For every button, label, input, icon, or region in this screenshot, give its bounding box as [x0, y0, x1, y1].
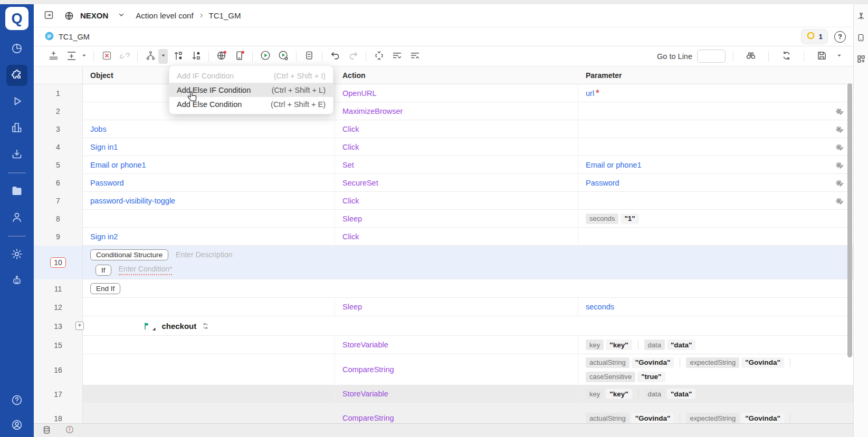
description-placeholder[interactable]: Enter Description [176, 250, 232, 259]
undo-button[interactable] [327, 49, 343, 64]
parameter-settings-gear-icon[interactable] [834, 160, 845, 170]
parameter-label-chip[interactable]: actualString [586, 413, 629, 423]
collapse-all-button[interactable] [407, 49, 423, 64]
table-row[interactable]: 12Sleepseconds [34, 298, 853, 316]
device-panel-button[interactable] [856, 33, 865, 44]
parameter-value-chip[interactable]: "Govinda" [741, 357, 784, 368]
row-number[interactable]: 18 [34, 403, 83, 423]
add-row-below-button[interactable] [45, 49, 61, 64]
parameter-label-chip[interactable]: seconds [586, 213, 618, 224]
action-cell[interactable]: SecureSet [335, 174, 578, 192]
mobile-record-button[interactable] [232, 49, 247, 64]
condition-placeholder[interactable]: Enter Condition* [119, 265, 173, 275]
sidebar-item-dashboard[interactable] [6, 38, 27, 60]
end-if-cell[interactable]: End If [83, 279, 853, 298]
action-cell[interactable]: Sleep [335, 298, 578, 316]
parameter-cell[interactable]: Password [578, 174, 853, 192]
conditional-structure-cell[interactable]: Conditional StructureEnter DescriptionIf… [83, 246, 853, 279]
parameter-value-chip[interactable]: "true" [637, 372, 665, 382]
table-row[interactable]: 4Sign in1Click [34, 138, 853, 156]
column-header-action[interactable]: Action [335, 66, 578, 84]
object-link[interactable]: Password [90, 179, 124, 187]
row-number[interactable]: 8 [34, 210, 83, 228]
parameter-label-chip[interactable]: actualString [586, 357, 629, 368]
object-cell[interactable] [83, 298, 335, 316]
breadcrumb-project[interactable]: NEXON [80, 11, 108, 20]
sidebar-item-reports[interactable] [6, 118, 27, 139]
row-number[interactable]: 11 [34, 279, 83, 298]
object-cell[interactable] [83, 336, 335, 354]
group-cell[interactable]: +◢checkout [83, 316, 853, 336]
object-cell[interactable]: Password [83, 174, 335, 192]
unlink-button[interactable] [117, 49, 132, 64]
row-number[interactable]: 3 [34, 120, 83, 138]
parameter-link[interactable]: Email or phone1 [586, 161, 642, 169]
parameter-cell[interactable] [578, 120, 853, 138]
parameter-link[interactable]: Password [586, 179, 619, 187]
project-switcher-button[interactable] [115, 8, 128, 23]
action-link[interactable]: OpenURL [342, 89, 376, 98]
save-button[interactable] [814, 49, 829, 64]
action-link[interactable]: CompareString [342, 365, 394, 374]
object-3d-panel-button[interactable] [856, 12, 866, 23]
parameter-cell[interactable]: key"key"data"data" [578, 336, 853, 354]
column-header-parameter[interactable]: Parameter [578, 66, 853, 84]
action-link[interactable]: Sleep [342, 215, 362, 223]
action-link[interactable]: Set [342, 161, 354, 169]
parameter-cell[interactable] [578, 228, 853, 246]
object-link[interactable]: Sign in2 [90, 232, 118, 241]
row-number[interactable]: 17 [34, 385, 83, 403]
action-cell[interactable]: CompareString [335, 354, 578, 385]
action-cell[interactable]: Set [335, 156, 578, 174]
parameter-settings-gear-icon[interactable] [834, 196, 845, 206]
action-cell[interactable]: Sleep [335, 210, 578, 228]
parameter-link[interactable]: url [586, 89, 594, 98]
save-menu-caret[interactable] [834, 49, 844, 64]
menu-item-add-else-condition[interactable]: Add Else Condition (Ctrl + Shift + E) [169, 97, 333, 111]
action-cell[interactable]: StoreVariable [335, 385, 578, 403]
row-number[interactable]: 7 [34, 192, 83, 210]
parameter-value-chip[interactable]: "Govinda" [741, 413, 784, 423]
sidebar-item-assistant[interactable] [6, 270, 27, 292]
conditional-structure-tag[interactable]: Conditional Structure [90, 249, 168, 260]
action-link[interactable]: CompareString [342, 414, 394, 422]
row-number[interactable]: 16 [34, 354, 83, 385]
object-link[interactable]: Email or phone1 [90, 161, 146, 169]
add-widget-panel-button[interactable] [856, 54, 866, 65]
parameter-label-chip[interactable]: caseSensitive [586, 372, 635, 382]
menu-item-add-if-condition[interactable]: Add IF Condition (Ctrl + Shift + I) [169, 69, 333, 83]
action-link[interactable]: StoreVariable [342, 341, 388, 349]
row-number[interactable]: 12 [34, 298, 83, 316]
action-cell[interactable]: MaximizeBrowser [335, 102, 578, 120]
parameter-value-chip[interactable]: "Govinda" [632, 413, 674, 423]
object-link[interactable]: Jobs [90, 125, 107, 133]
find-button[interactable] [743, 49, 759, 64]
row-number[interactable]: 2 [34, 102, 83, 120]
add-row-menu-caret[interactable] [79, 49, 89, 64]
row-number[interactable]: 1 [34, 84, 83, 102]
sidebar-item-settings[interactable] [6, 244, 27, 265]
logs-button[interactable] [301, 49, 317, 64]
sidebar-item-test-builder[interactable] [6, 65, 27, 86]
move-step-up-button[interactable] [170, 49, 186, 64]
action-cell[interactable]: CompareString [335, 403, 578, 423]
redo-button[interactable] [345, 49, 361, 64]
run-button[interactable] [257, 49, 273, 64]
table-row[interactable]: 3JobsClick [34, 120, 853, 138]
end-if-tag[interactable]: End If [90, 283, 120, 294]
parameter-cell[interactable] [578, 138, 853, 156]
parameter-link[interactable]: seconds [586, 303, 614, 311]
delete-row-button[interactable] [99, 49, 115, 64]
table-row[interactable]: 7password-visibility-toggleClick [34, 192, 853, 210]
breadcrumb-section[interactable]: Action level conf [136, 11, 193, 20]
object-link[interactable]: password-visibility-toggle [90, 197, 175, 205]
table-row[interactable]: 13+◢checkout [34, 316, 853, 336]
parameter-label-chip[interactable]: data [644, 389, 665, 399]
row-number[interactable]: 6 [34, 174, 83, 192]
run-with-settings-button[interactable] [275, 49, 291, 64]
sidebar-item-files[interactable] [6, 181, 27, 202]
parameter-label-chip[interactable]: data [644, 339, 665, 350]
parameter-settings-gear-icon[interactable] [834, 178, 845, 188]
action-link[interactable]: SecureSet [342, 179, 378, 187]
data-source-button[interactable] [42, 425, 51, 436]
